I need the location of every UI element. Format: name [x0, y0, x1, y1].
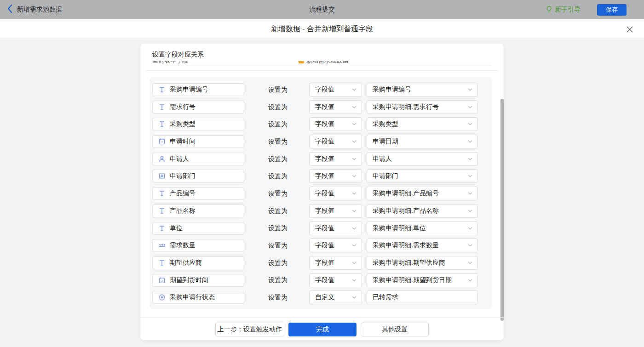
target-field-select[interactable]: 采购申请明细.期望到货日期	[367, 273, 478, 287]
chevron-down-icon	[467, 139, 473, 144]
user-field-icon	[158, 155, 166, 163]
chevron-down-icon	[351, 139, 357, 144]
source-field-label: 采购类型	[170, 120, 196, 128]
chevron-down-icon	[351, 226, 357, 231]
target-field-select[interactable]: 采购申请明细.需求行号	[367, 100, 478, 114]
custom-value-input[interactable]	[367, 290, 478, 304]
mode-select[interactable]: 字段值	[309, 135, 362, 148]
chevron-down-icon	[467, 243, 473, 248]
source-field-label: 单位	[170, 224, 183, 233]
target-field-select[interactable]: 申请日期	[367, 135, 478, 148]
mapping-row: 7 期望到货时间 设置为 字段值 采购申请明细.期望到货日期	[150, 272, 492, 290]
status-field-icon	[158, 294, 166, 301]
mode-select-value: 字段值	[315, 155, 351, 163]
other-settings-button[interactable]: 其他设置	[361, 323, 429, 336]
target-field-value: 采购申请明细.单位	[373, 224, 467, 233]
mapping-row: 采购申请编号 设置为 字段值 采购申请编号	[150, 81, 492, 99]
source-field-label: 申请部门	[170, 172, 196, 180]
text-field-icon	[158, 259, 166, 267]
target-field-select[interactable]: 采购申请明细.单位	[367, 222, 478, 235]
mode-select[interactable]: 字段值	[309, 152, 362, 166]
chevron-down-icon	[467, 191, 473, 196]
close-icon[interactable]	[626, 25, 634, 34]
source-field-chip: 采购申请行状态	[152, 291, 244, 304]
target-field-select[interactable]: 采购类型	[367, 117, 478, 131]
mode-select-value: 字段值	[315, 276, 351, 284]
mode-select[interactable]: 字段值	[309, 256, 362, 270]
target-field-select[interactable]: 采购申请明细.产品编号	[367, 187, 478, 200]
mode-select[interactable]: 自定义	[309, 290, 362, 304]
chevron-down-icon	[351, 87, 357, 92]
text-field-icon	[158, 207, 166, 215]
text-field-icon	[158, 120, 166, 128]
clipped-column-headers: 当前表单字段 新增需求池数据	[152, 61, 490, 66]
source-field-chip: 需求行号	[152, 101, 244, 114]
mode-select[interactable]: 字段值	[309, 100, 362, 114]
text-field-icon	[158, 225, 166, 232]
source-field-label: 申请时间	[170, 137, 196, 146]
chevron-down-icon	[467, 87, 473, 92]
mapping-row: 产品编号 设置为 字段值 采购申请明细.产品编号	[150, 185, 492, 203]
target-field-value: 采购申请编号	[373, 85, 467, 94]
vertical-scrollbar[interactable]	[500, 99, 504, 321]
mode-select[interactable]: 字段值	[309, 83, 362, 97]
mode-select[interactable]: 字段值	[309, 117, 362, 131]
mode-select[interactable]: 字段值	[309, 204, 362, 218]
source-field-chip: 单位	[152, 222, 244, 235]
source-field-chip: 采购申请编号	[152, 83, 244, 96]
source-field-chip: 123 需求数量	[152, 239, 244, 252]
target-field-select[interactable]: 采购申请明细.需求数量	[367, 239, 478, 252]
back-button[interactable]	[7, 4, 12, 15]
mode-select[interactable]: 字段值	[309, 187, 362, 200]
section-divider	[146, 70, 498, 71]
dialog-title-bar: 新增数据 - 合并新增到普通字段	[0, 19, 644, 39]
text-field-icon	[158, 103, 166, 111]
target-field-select[interactable]: 申请部门	[367, 169, 478, 183]
chevron-down-icon	[467, 104, 473, 110]
target-field-select[interactable]: 申请人	[367, 152, 478, 166]
set-as-label: 设置为	[268, 237, 288, 255]
set-as-label: 设置为	[268, 151, 288, 168]
set-as-label: 设置为	[268, 81, 288, 99]
prev-step-button[interactable]: 上一步：设置触发动作	[215, 323, 284, 336]
mapping-row: 采购类型 设置为 字段值 采购类型	[150, 116, 492, 133]
source-field-label: 期望供应商	[170, 259, 202, 267]
save-button[interactable]: 保存	[597, 4, 627, 16]
set-as-label: 设置为	[268, 272, 288, 290]
mode-select-value: 字段值	[315, 259, 351, 267]
flow-name-editable[interactable]: 新增需求池数据	[17, 5, 62, 15]
set-as-label: 设置为	[268, 289, 288, 307]
source-field-label: 申请人	[170, 155, 189, 163]
set-as-label: 设置为	[268, 99, 288, 116]
mode-select[interactable]: 字段值	[309, 169, 362, 183]
source-field-chip: 7 申请时间	[152, 135, 244, 148]
mapping-row: 单位 设置为 字段值 采购申请明细.单位	[150, 220, 492, 238]
text-field-icon	[158, 190, 166, 197]
chevron-down-icon	[467, 156, 473, 162]
footer-divider	[140, 317, 504, 318]
chevron-down-icon	[467, 260, 473, 266]
chevron-down-icon	[351, 260, 357, 266]
svg-text:7: 7	[161, 279, 163, 283]
mode-select-value: 字段值	[315, 172, 351, 180]
set-as-label: 设置为	[268, 116, 288, 133]
beginner-guide-link[interactable]: 新手引导	[546, 6, 581, 14]
mode-select[interactable]: 字段值	[309, 222, 362, 235]
target-field-select[interactable]: 采购申请明细.产品名称	[367, 204, 478, 218]
source-field-label: 采购申请行状态	[170, 293, 215, 301]
target-field-value: 采购申请明细.产品编号	[373, 189, 467, 198]
chevron-down-icon	[467, 278, 473, 283]
dept-field-icon	[158, 172, 166, 180]
mode-select[interactable]: 字段值	[309, 273, 362, 287]
target-field-select[interactable]: 采购申请编号	[367, 83, 478, 97]
mode-select[interactable]: 字段值	[309, 239, 362, 252]
target-field-value: 申请日期	[373, 137, 467, 146]
mapping-row: 123 需求数量 设置为 字段值 采购申请明细.需求数量	[150, 237, 492, 255]
mapping-row: 7 申请时间 设置为 字段值 申请日期	[150, 133, 492, 151]
mode-select-value: 字段值	[315, 120, 351, 128]
field-mapping-card: 设置字段对应关系 当前表单字段 新增需求池数据 采购申请编号 设置为 字段值 采…	[140, 44, 504, 340]
chevron-down-icon	[351, 104, 357, 110]
source-field-label: 需求数量	[170, 241, 196, 250]
done-button[interactable]: 完成	[288, 323, 356, 336]
target-field-select[interactable]: 采购申请明细.期望供应商	[367, 256, 478, 270]
